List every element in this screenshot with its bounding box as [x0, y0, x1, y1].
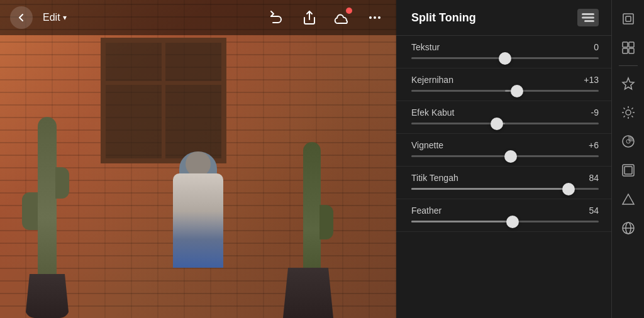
more-button[interactable]	[364, 6, 386, 29]
sidebar-icon-frame[interactable]	[614, 156, 642, 184]
svg-rect-5	[582, 17, 594, 19]
svg-rect-6	[584, 20, 594, 22]
sidebar-icon-presets[interactable]	[614, 34, 642, 62]
slider-row-efek-kabut: Efek Kabut-9	[396, 101, 611, 134]
slider-label-efek-kabut: Efek Kabut	[411, 107, 455, 118]
slider-value-kejernihan: +13	[580, 75, 599, 85]
slider-label-titik-tengah: Titik Tengah	[411, 173, 458, 183]
svg-point-1	[369, 16, 372, 19]
svg-rect-10	[629, 42, 634, 47]
slider-row-titik-tengah: Titik Tengah84	[396, 167, 611, 199]
svg-marker-27	[623, 194, 634, 204]
person	[160, 142, 236, 268]
edit-title[interactable]: Edit ▾	[43, 12, 67, 23]
slider-row-vignette: Vignette+6	[396, 134, 611, 167]
svg-rect-4	[582, 13, 594, 15]
svg-point-14	[626, 110, 631, 115]
slider-thumb-kejernihan[interactable]	[511, 85, 523, 97]
slider-track-titik-tengah[interactable]	[411, 188, 599, 190]
photo-area: Edit ▾	[0, 0, 396, 318]
svg-rect-12	[629, 48, 634, 53]
slider-label-tekstur: Tekstur	[411, 42, 440, 52]
slider-track-tekstur[interactable]	[411, 57, 599, 59]
svg-rect-9	[623, 42, 628, 47]
slider-fill-titik-tengah	[411, 188, 569, 190]
undo-button[interactable]	[265, 6, 288, 29]
sidebar-icon-geometry[interactable]	[614, 185, 642, 213]
toolbar: Edit ▾	[0, 0, 396, 35]
cloud-notification-badge	[346, 8, 352, 14]
svg-rect-8	[626, 16, 631, 21]
slider-thumb-vignette[interactable]	[504, 150, 517, 163]
svg-line-20	[631, 116, 633, 117]
slider-track-feather[interactable]	[411, 221, 599, 222]
sidebar-icon-layers[interactable]	[614, 5, 642, 33]
svg-rect-26	[625, 167, 632, 174]
svg-line-19	[623, 108, 625, 109]
slider-label-kejernihan: Kejernihan	[411, 75, 453, 85]
sidebar-icon-light[interactable]	[614, 99, 642, 126]
svg-line-22	[631, 108, 633, 109]
sliders-container: Tekstur0Kejernihan+13Efek Kabut-9Vignett…	[396, 36, 611, 232]
svg-rect-7	[623, 14, 633, 24]
panel-title: Split Toning	[411, 11, 476, 25]
svg-point-2	[374, 16, 376, 19]
svg-marker-13	[623, 78, 634, 89]
export-button[interactable]	[298, 6, 321, 29]
pot-right	[283, 268, 333, 318]
pot-left	[25, 274, 69, 318]
slider-label-feather: Feather	[411, 206, 441, 216]
slider-thumb-titik-tengah[interactable]	[562, 183, 575, 195]
cloud-button[interactable]	[331, 6, 353, 29]
svg-line-21	[623, 116, 625, 117]
sidebar-divider	[619, 65, 638, 66]
slider-row-feather: Feather54	[396, 199, 611, 232]
slider-value-tekstur: 0	[580, 42, 599, 52]
slider-label-vignette: Vignette	[411, 140, 443, 150]
slider-value-titik-tengah: 84	[580, 173, 599, 183]
slider-value-efek-kabut: -9	[580, 107, 599, 118]
slider-value-vignette: +6	[580, 140, 599, 150]
slider-thumb-efek-kabut[interactable]	[491, 118, 503, 130]
slider-track-vignette[interactable]	[411, 155, 599, 157]
svg-point-3	[378, 16, 380, 19]
person-head	[186, 151, 211, 177]
right-sidebar	[611, 0, 644, 318]
slider-thumb-tekstur[interactable]	[499, 52, 511, 65]
panel-area: Split Toning Tekstur0Kejernihan+13Efek K…	[396, 0, 644, 318]
sidebar-icon-texture[interactable]	[614, 214, 642, 242]
person-body	[173, 173, 223, 268]
slider-track-efek-kabut[interactable]	[411, 123, 599, 124]
slider-row-tekstur: Tekstur0	[396, 36, 611, 69]
back-button[interactable]	[10, 6, 33, 29]
svg-rect-11	[623, 48, 628, 53]
panel-toggle-button[interactable]	[577, 9, 599, 26]
panel-header: Split Toning	[396, 0, 611, 36]
slider-row-kejernihan: Kejernihan+13	[396, 69, 611, 101]
photo-background	[0, 0, 396, 318]
slider-value-feather: 54	[580, 206, 599, 216]
sidebar-icon-color[interactable]	[614, 128, 642, 155]
panel-main: Split Toning Tekstur0Kejernihan+13Efek K…	[396, 0, 611, 318]
sidebar-icon-enhance[interactable]	[614, 70, 642, 97]
slider-thumb-feather[interactable]	[506, 216, 519, 228]
slider-fill-feather	[411, 221, 513, 222]
slider-track-kejernihan[interactable]	[411, 90, 599, 92]
